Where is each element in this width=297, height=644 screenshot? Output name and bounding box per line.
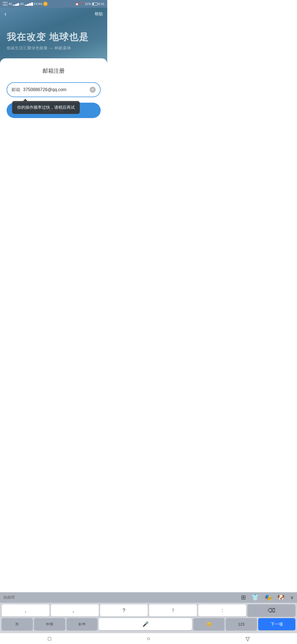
alarm-icon: ⏰ <box>75 2 79 6</box>
clear-button[interactable]: ✕ <box>90 87 96 93</box>
empty-space <box>0 118 107 173</box>
error-tooltip: 你的操作频率过快，请稍后再试 <box>12 101 80 114</box>
registration-card: 邮箱注册 邮箱 ✕ 你的操作频率过快，请稍后再试 立即注册 <box>0 58 107 118</box>
hd-indicator: HD1HD2 <box>3 1 8 6</box>
time-display: 1:01 <box>99 2 105 6</box>
nav-bar: ‹ 帮助 <box>0 8 107 20</box>
battery-percent: 31% <box>85 2 91 6</box>
status-bar: HD1HD2 4G ▂▄▆ 4G ▂▄▆█ 5.6 K/s ¥ ⏰ 📍 31% … <box>0 0 107 8</box>
hero-subtitle: 低碳生活汇聚绿色能量 — 蚂蚁森林 <box>7 46 71 51</box>
signal-bars2: ▂▄▆█ <box>25 2 33 6</box>
status-left: HD1HD2 4G ▂▄▆ 4G ▂▄▆█ 5.6 K/s ¥ <box>3 1 48 6</box>
coin-icon: ¥ <box>43 2 48 6</box>
battery-icon <box>92 2 98 6</box>
network-4g: 4G <box>9 2 12 6</box>
status-right: ⏰ 📍 31% 1:01 <box>75 2 105 6</box>
hero-title: 我在改变 地球也是 <box>7 31 89 43</box>
signal-bars: ▂▄▆ <box>13 2 19 6</box>
tooltip-text: 你的操作频率过快，请稍后再试 <box>17 105 75 110</box>
card-title: 邮箱注册 <box>7 67 101 75</box>
email-input-row[interactable]: 邮箱 ✕ <box>7 82 101 97</box>
email-input[interactable] <box>23 87 90 92</box>
hero-section: ‹ 帮助 我在改变 地球也是 低碳生活汇聚绿色能量 — 蚂蚁森林 <box>0 8 107 63</box>
email-label: 邮箱 <box>12 87 20 93</box>
speed-indicator: 5.6 K/s <box>34 2 42 6</box>
back-button[interactable]: ‹ <box>4 10 6 18</box>
help-button[interactable]: 帮助 <box>95 12 103 17</box>
network-4g2: 4G <box>20 2 24 6</box>
location-icon: 📍 <box>80 2 84 6</box>
